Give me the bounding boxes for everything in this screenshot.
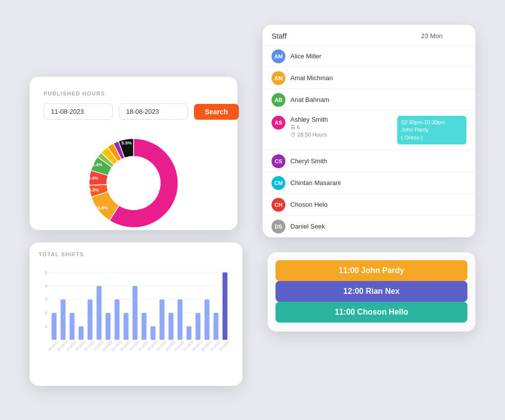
total-shifts-label: TOTAL SHIFTS (39, 251, 233, 257)
svg-rect-38 (150, 327, 155, 340)
table-row: AM Amal Michman (263, 67, 475, 89)
avatar: CS (272, 154, 285, 168)
shift-pill: 11:00 Choson Hello (275, 302, 467, 323)
shift-pill: 11:00 John Pardy (275, 260, 467, 281)
table-row: DS Daniel Seek (263, 216, 475, 237)
staff-name: Cheryl Smith (290, 157, 327, 165)
svg-text:5.4%: 5.4% (88, 176, 98, 181)
staff-info: CH Choson Helo (272, 198, 397, 212)
avatar: AS (272, 116, 285, 130)
svg-rect-50 (204, 299, 209, 340)
staff-info: AB Anat Bahnam (272, 93, 397, 107)
svg-text:4.3%: 4.3% (89, 187, 99, 192)
shift-pill: 12:00 Rian Nex (275, 281, 467, 302)
search-button[interactable]: Search (194, 104, 239, 120)
svg-rect-40 (160, 299, 165, 340)
svg-text:1: 1 (45, 324, 47, 329)
table-row: CM Chintan Masarani (263, 172, 475, 194)
avatar: AM (272, 49, 285, 63)
svg-rect-48 (195, 313, 200, 340)
svg-rect-26 (96, 286, 101, 340)
staff-info: CS Cheryl Smith (272, 154, 397, 168)
staff-schedule-card: Staff 23 Mon AM Alice Miller AM Amal Mic… (263, 25, 475, 237)
staff-cell: 02:30pm-10:30pm John Pardy ( Oreos ) (397, 116, 466, 144)
avatar: CM (272, 176, 285, 190)
avatar: CH (272, 198, 285, 212)
svg-text:2: 2 (45, 311, 47, 316)
svg-text:4: 4 (45, 283, 47, 288)
svg-rect-52 (214, 313, 219, 340)
svg-rect-34 (133, 286, 138, 340)
svg-rect-28 (105, 313, 110, 340)
published-hours-card: PUBLISHED HOURS Search 59.1%10.8%4.3%5.4… (30, 77, 237, 230)
staff-info: CM Chintan Masarani (272, 176, 397, 190)
svg-rect-16 (51, 313, 56, 340)
bar-chart-area: 1234509-202310-202310-202310-202310-2023… (39, 264, 233, 363)
staff-name: Alice Miller (290, 52, 321, 60)
staff-name: Chintan Masarani (290, 179, 341, 187)
staff-hours: ⏱ 28.50 Hours (290, 132, 328, 138)
shift-badge: 02:30pm-10:30pm John Pardy ( Oreos ) (397, 116, 466, 144)
staff-name: Ashley Smith (290, 116, 328, 123)
svg-rect-42 (169, 313, 174, 340)
staff-info: AM Alice Miller (272, 49, 397, 63)
staff-name: Choson Helo (290, 201, 327, 208)
svg-rect-22 (79, 327, 84, 340)
total-shifts-card: TOTAL SHIFTS 1234509-202310-202310-20231… (30, 242, 242, 386)
avatar: AB (272, 93, 285, 107)
svg-text:5.4%: 5.4% (92, 162, 102, 167)
table-row: AB Anat Bahnam (263, 89, 475, 111)
staff-name: Daniel Seek (290, 223, 325, 230)
bar-chart-svg: 1234509-202310-202310-202310-202310-2023… (39, 264, 233, 363)
table-row: AS Ashley Smith ☰ 6 ⏱ 28.50 Hours 02:30p… (263, 111, 475, 150)
staff-info: DS Daniel Seek (272, 220, 397, 233)
end-date-input[interactable] (119, 103, 188, 120)
staff-name: Amal Michman (290, 74, 333, 82)
svg-rect-54 (223, 273, 228, 340)
svg-rect-36 (141, 313, 146, 340)
shift-pills-card: 11:00 John Pardy12:00 Rian Nex11:00 Chos… (268, 252, 475, 331)
table-row: CH Choson Helo (263, 194, 475, 216)
svg-rect-46 (186, 327, 191, 340)
staff-details: Ashley Smith ☰ 6 ⏱ 28.50 Hours (290, 116, 328, 138)
shift-pills-list: 11:00 John Pardy12:00 Rian Nex11:00 Chos… (275, 260, 467, 323)
staff-name: Anat Bahnam (290, 96, 329, 103)
svg-text:3: 3 (45, 297, 47, 302)
svg-rect-20 (70, 313, 75, 340)
svg-text:59.1%: 59.1% (159, 189, 177, 196)
date-row: Search (44, 103, 224, 120)
staff-list: AM Alice Miller AM Amal Michman AB Anat … (263, 46, 475, 237)
svg-rect-18 (61, 299, 66, 340)
svg-rect-30 (115, 299, 120, 340)
svg-rect-44 (178, 299, 183, 340)
table-row: CS Cheryl Smith (263, 150, 475, 172)
avatar: AM (272, 71, 285, 85)
staff-info: AM Amal Michman (272, 71, 397, 85)
staff-title: Staff (272, 32, 397, 40)
table-row: AM Alice Miller (263, 46, 475, 67)
staff-info: AS Ashley Smith ☰ 6 ⏱ 28.50 Hours (272, 116, 397, 138)
svg-rect-32 (124, 313, 129, 340)
start-date-input[interactable] (44, 103, 113, 120)
avatar: DS (272, 220, 285, 233)
staff-shift-count: ☰ 6 (290, 124, 328, 131)
svg-text:5: 5 (45, 270, 47, 275)
staff-header: Staff 23 Mon (263, 25, 475, 46)
svg-rect-24 (88, 299, 92, 340)
day-header: 23 Mon (397, 32, 466, 40)
published-hours-label: PUBLISHED HOURS (44, 91, 224, 96)
donut-chart: 59.1%10.8%4.3%5.4%5.4%5.5% (44, 129, 224, 237)
svg-text:10.8%: 10.8% (95, 205, 108, 210)
svg-text:5.5%: 5.5% (122, 140, 132, 145)
